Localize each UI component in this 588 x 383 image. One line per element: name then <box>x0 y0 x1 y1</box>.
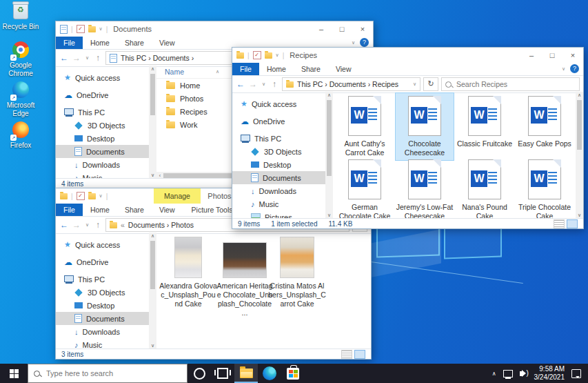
photo-item[interactable]: Cristina Matos Albers_Unsplash_Carrot Ca… <box>268 237 326 308</box>
scroll-up-icon[interactable]: ∧ <box>149 66 156 72</box>
desktop-icon-google-chrome[interactable]: ↗ Google Chrome <box>0 41 41 78</box>
back-icon[interactable]: ← <box>236 79 245 89</box>
maximize-button[interactable]: □ <box>542 48 562 63</box>
history-dropdown-icon[interactable]: ∨ <box>261 81 267 87</box>
tab-home[interactable]: Home <box>83 204 117 216</box>
sidebar-item-desktop[interactable]: Desktop <box>232 158 325 171</box>
tab-view[interactable]: View <box>152 37 183 49</box>
thumbnails-view-button[interactable] <box>354 350 365 359</box>
sidebar-item-quick-access[interactable]: ★Quick access <box>56 238 149 251</box>
quick-access-folder-icon[interactable] <box>88 26 96 32</box>
file-item[interactable]: W Easy Cake Pops <box>516 93 574 151</box>
forward-icon[interactable]: → <box>72 220 81 230</box>
sidebar-item-documents[interactable]: Documents <box>56 312 149 325</box>
refresh-button[interactable]: ↻ <box>423 77 438 91</box>
recipes-titlebar[interactable]: | ✓ ∨ | Recipes – □ × <box>232 48 583 63</box>
tab-view[interactable]: View <box>152 204 183 216</box>
address-dropdown-icon[interactable]: ∨ <box>413 81 416 87</box>
desktop-icon-firefox[interactable]: ↗ Firefox <box>0 121 41 150</box>
file-explorer-taskbar-button[interactable] <box>234 364 258 383</box>
scroll-down-icon[interactable]: ∨ <box>325 213 333 218</box>
file-item[interactable]: W German Chocolate Cake <box>336 157 394 219</box>
start-button[interactable] <box>0 364 28 383</box>
close-button[interactable]: × <box>562 48 583 63</box>
up-icon[interactable]: ↑ <box>93 220 103 230</box>
desktop-icon-microsoft-edge[interactable]: ↗ Microsoft Edge <box>0 81 41 118</box>
sidebar-item-documents[interactable]: Documents <box>232 171 325 184</box>
file-item[interactable]: W Nana's Pound Cake <box>456 157 514 219</box>
thumbnails-view-button[interactable] <box>567 219 578 228</box>
manage-contextual-tab[interactable]: Manage <box>154 188 201 204</box>
sidebar-item-desktop[interactable]: Desktop <box>56 132 149 145</box>
minimize-button[interactable]: – <box>311 21 332 37</box>
edge-taskbar-button[interactable] <box>258 364 281 383</box>
help-icon[interactable]: ? <box>360 38 369 47</box>
tab-home[interactable]: Home <box>83 37 117 49</box>
sidebar-item-music[interactable]: ♪Music <box>56 338 149 349</box>
file-item[interactable]: W Jeremy's Low-Fat Cheesecake <box>396 157 454 219</box>
scroll-down-icon[interactable]: ∨ <box>149 343 156 348</box>
back-icon[interactable]: ← <box>59 53 69 63</box>
file-item[interactable]: W Classic Fruitcake <box>456 93 514 151</box>
file-item[interactable]: W Triple Chocolate Cake <box>516 157 574 219</box>
breadcrumb-overflow-icon[interactable]: « <box>121 221 125 229</box>
tab-share[interactable]: Share <box>294 63 328 75</box>
photo-item[interactable]: American Heritage Chocolate_Unsplash_Cho… <box>216 237 274 317</box>
up-icon[interactable]: ↑ <box>270 79 279 89</box>
sidebar-scrollbar[interactable]: ∧ ∨ <box>325 92 333 219</box>
photo-item[interactable]: Alexandra Golovac_Unsplash_Pound Cake <box>159 237 217 308</box>
details-view-button[interactable] <box>554 219 565 228</box>
scrollbar-thumb[interactable] <box>150 241 155 289</box>
quick-access-dropdown-icon[interactable]: ∨ <box>99 193 103 199</box>
sidebar-item-onedrive[interactable]: ☁OneDrive <box>56 88 149 101</box>
sidebar-item-3d-objects[interactable]: 3D Objects <box>56 286 149 299</box>
maximize-button[interactable]: □ <box>332 21 352 37</box>
quick-access-properties-icon[interactable]: ✓ <box>77 25 85 33</box>
sidebar-item-onedrive[interactable]: ☁OneDrive <box>56 255 149 268</box>
forward-icon[interactable]: → <box>72 53 81 63</box>
quick-access-folder-icon[interactable] <box>265 52 272 59</box>
close-button[interactable]: × <box>352 21 373 37</box>
sidebar-item-3d-objects[interactable]: 3D Objects <box>56 119 149 132</box>
tray-chevron-icon[interactable]: ∧ <box>492 371 496 377</box>
taskbar-search[interactable] <box>28 364 187 383</box>
search-input[interactable] <box>455 79 576 89</box>
taskbar-clock[interactable]: 9:58 AM 3/24/2021 <box>534 365 565 382</box>
history-dropdown-icon[interactable]: ∨ <box>84 222 90 228</box>
tab-file[interactable]: File <box>232 63 259 75</box>
taskbar-search-input[interactable] <box>45 369 181 378</box>
network-icon[interactable] <box>503 370 513 377</box>
quick-access-properties-icon[interactable]: ✓ <box>253 51 261 59</box>
speaker-icon[interactable] <box>520 371 523 376</box>
cortana-button[interactable] <box>187 364 211 383</box>
breadcrumb[interactable]: This PC › Documents › Recipes <box>297 80 398 88</box>
desktop-icon-recycle-bin[interactable]: ♻ Recycle Bin <box>0 3 41 31</box>
sidebar-item-this-pc[interactable]: This PC <box>56 106 149 119</box>
search-box[interactable] <box>441 77 580 91</box>
sidebar-item-downloads[interactable]: ↓Downloads <box>56 158 149 171</box>
minimize-button[interactable]: – <box>521 48 542 63</box>
up-icon[interactable]: ↑ <box>93 53 103 63</box>
quick-access-properties-icon[interactable]: ✓ <box>77 192 85 200</box>
documents-titlebar[interactable]: | ✓ ∨ | Documents – □ × <box>56 21 373 37</box>
sidebar-item-onedrive[interactable]: ☁OneDrive <box>232 115 325 128</box>
back-icon[interactable]: ← <box>59 220 69 230</box>
breadcrumb[interactable]: This PC › Documents › <box>121 54 194 62</box>
ribbon-collapse-icon[interactable]: ∨ <box>352 40 355 46</box>
action-center-icon[interactable] <box>571 369 581 378</box>
sidebar-item-this-pc[interactable]: This PC <box>232 132 325 145</box>
help-icon[interactable]: ? <box>570 64 579 73</box>
forward-icon[interactable]: → <box>248 79 258 89</box>
file-item[interactable]: W Aunt Cathy's Carrot Cake <box>336 93 394 160</box>
sidebar-item-desktop[interactable]: Desktop <box>56 299 149 312</box>
scroll-down-icon[interactable]: ∨ <box>576 213 583 218</box>
sidebar-item-3d-objects[interactable]: 3D Objects <box>232 145 325 158</box>
quick-access-dropdown-icon[interactable]: ∨ <box>99 26 103 32</box>
sidebar-item-quick-access[interactable]: ★Quick access <box>232 97 325 110</box>
sidebar-item-documents[interactable]: Documents <box>56 145 149 158</box>
sidebar-item-downloads[interactable]: ↓Downloads <box>232 184 325 197</box>
scroll-left-icon[interactable]: ‹ <box>156 173 163 178</box>
sidebar-item-downloads[interactable]: ↓Downloads <box>56 325 149 338</box>
quick-access-folder-icon[interactable] <box>88 193 96 199</box>
tab-file[interactable]: File <box>56 204 83 216</box>
